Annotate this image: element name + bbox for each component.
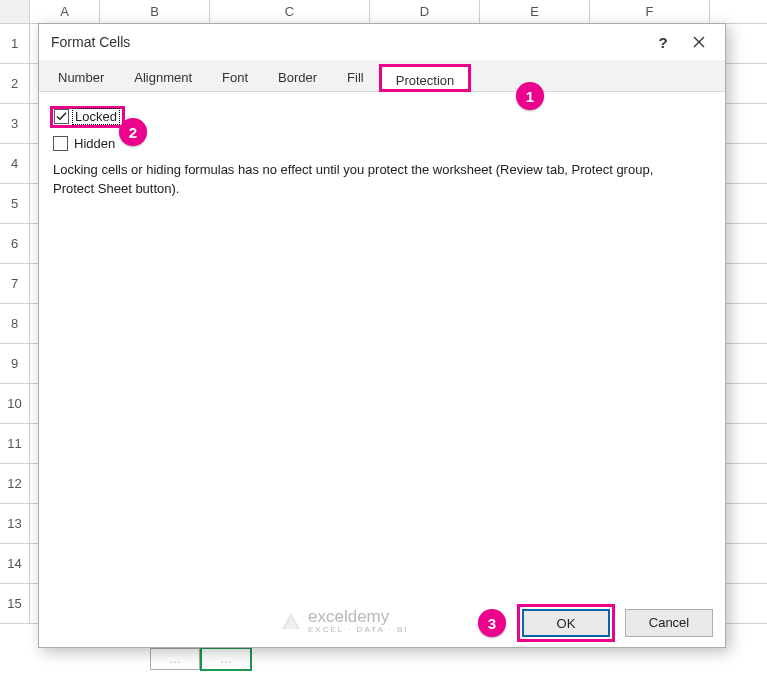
- row-header[interactable]: 15: [0, 584, 30, 623]
- col-header[interactable]: A: [30, 0, 100, 23]
- tab-alignment[interactable]: Alignment: [119, 63, 207, 91]
- row-header[interactable]: 3: [0, 104, 30, 143]
- dialog-title: Format Cells: [51, 34, 645, 50]
- callout-badge-1: 1: [516, 82, 544, 110]
- tab-number[interactable]: Number: [43, 63, 119, 91]
- help-button[interactable]: ?: [645, 26, 681, 58]
- close-icon: [693, 36, 705, 48]
- sheet-tab[interactable]: …: [150, 648, 200, 670]
- row-header[interactable]: 2: [0, 64, 30, 103]
- row-header[interactable]: 1: [0, 24, 30, 63]
- row-header[interactable]: 4: [0, 144, 30, 183]
- tab-protection[interactable]: Protection: [379, 64, 472, 92]
- col-header[interactable]: B: [100, 0, 210, 23]
- col-header[interactable]: F: [590, 0, 710, 23]
- callout-badge-3: 3: [478, 609, 506, 637]
- row-header[interactable]: 10: [0, 384, 30, 423]
- close-button[interactable]: [681, 26, 717, 58]
- protection-tab-content: Locked Hidden Locking cells or hiding fo…: [39, 92, 725, 599]
- col-header[interactable]: E: [480, 0, 590, 23]
- tab-font[interactable]: Font: [207, 63, 263, 91]
- col-header[interactable]: D: [370, 0, 480, 23]
- callout-badge-2: 2: [119, 118, 147, 146]
- locked-label: Locked: [73, 109, 119, 124]
- dialog-button-row: OK Cancel: [39, 599, 725, 647]
- row-header[interactable]: 6: [0, 224, 30, 263]
- sheet-tab-active[interactable]: …: [200, 647, 252, 671]
- row-header[interactable]: 13: [0, 504, 30, 543]
- tab-border[interactable]: Border: [263, 63, 332, 91]
- row-header[interactable]: 12: [0, 464, 30, 503]
- column-header-row: A B C D E F: [0, 0, 767, 24]
- cancel-button[interactable]: Cancel: [625, 609, 713, 637]
- dialog-titlebar[interactable]: Format Cells ?: [39, 24, 725, 60]
- row-header[interactable]: 9: [0, 344, 30, 383]
- row-header[interactable]: 14: [0, 544, 30, 583]
- ok-button[interactable]: OK: [522, 609, 610, 637]
- dialog-tabbar: Number Alignment Font Border Fill Protec…: [39, 60, 725, 92]
- row-header[interactable]: 11: [0, 424, 30, 463]
- select-all-corner[interactable]: [0, 0, 30, 23]
- col-header[interactable]: C: [210, 0, 370, 23]
- locked-checkbox[interactable]: [54, 109, 69, 124]
- sheet-tab-bar: … …: [150, 646, 252, 672]
- hidden-label: Hidden: [74, 136, 115, 151]
- row-header[interactable]: 8: [0, 304, 30, 343]
- tab-fill[interactable]: Fill: [332, 63, 379, 91]
- format-cells-dialog: Format Cells ? Number Alignment Font Bor…: [38, 23, 726, 648]
- row-header[interactable]: 5: [0, 184, 30, 223]
- check-icon: [56, 111, 67, 122]
- row-header[interactable]: 7: [0, 264, 30, 303]
- hidden-checkbox[interactable]: [53, 136, 68, 151]
- protection-info-text: Locking cells or hiding formulas has no …: [53, 161, 693, 199]
